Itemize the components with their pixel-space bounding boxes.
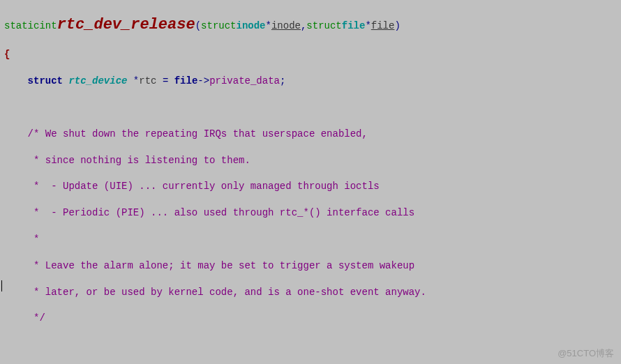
comment-text: * - Update (UIE) ... currently only mana… [28,181,380,192]
comment-text: * since nothing is listening to them. [28,155,250,166]
paren-close: ) [394,20,400,33]
comma: , [301,20,306,33]
line-comment: * since nothing is listening to them. [4,154,617,167]
comment-text: * - Periodic (PIE) ... also used through… [28,207,415,218]
line-signature: static int rtc_dev_release(struct inode … [4,15,617,36]
type-file: file [342,20,366,33]
line-comment: */ [4,312,617,325]
keyword-static: static [4,20,39,33]
star: * [133,75,139,86]
line-blank [4,101,617,114]
line-comment: /* We shut down the repeating IRQs that … [4,128,617,141]
comment-text: * [28,234,40,245]
keyword-struct: struct [28,75,63,86]
keyword-struct: struct [306,20,341,33]
code-block: static int rtc_dev_release(struct inode … [0,0,621,364]
comment-text: * later, or be used by kernel code, and … [28,287,426,298]
paren-open: ( [195,20,201,33]
watermark-text: @51CTO博客 [558,347,614,360]
keyword-int: int [39,20,57,33]
semicolon: ; [280,75,285,86]
keyword-struct: struct [201,20,236,33]
member-private-data: private_data [209,75,280,86]
op-eq: = [163,75,168,86]
line-comment: * - Update (UIE) ... currently only mana… [4,180,617,193]
line-comment: * - Periodic (PIE) ... also used through… [4,206,617,220]
line-comment: * Leave the alarm alone; it may be set t… [4,259,617,273]
comment-text: /* We shut down the repeating IRQs that … [28,128,368,139]
arrow: -> [197,75,209,86]
star: * [365,20,371,33]
comment-text: */ [28,312,45,324]
type-rtc-device: rtc_device [68,75,127,86]
brace-open: { [4,49,10,60]
cursor-icon [1,280,2,291]
line-brace-open: { [4,48,617,61]
function-name: rtc_dev_release [57,15,195,36]
line-comment: * later, or be used by kernel code, and … [4,286,617,299]
var-file: file [174,75,198,86]
line-blank [4,338,617,351]
line-comment: * [4,233,617,246]
param-file: file [371,20,395,33]
comment-text: * Leave the alarm alone; it may be set t… [28,260,415,271]
type-inode: inode [237,20,266,33]
var-rtc: rtc [139,75,156,86]
star: * [266,20,271,33]
line-decl: struct rtc_device *rtc = file->private_d… [4,75,617,88]
param-inode: inode [271,20,301,33]
